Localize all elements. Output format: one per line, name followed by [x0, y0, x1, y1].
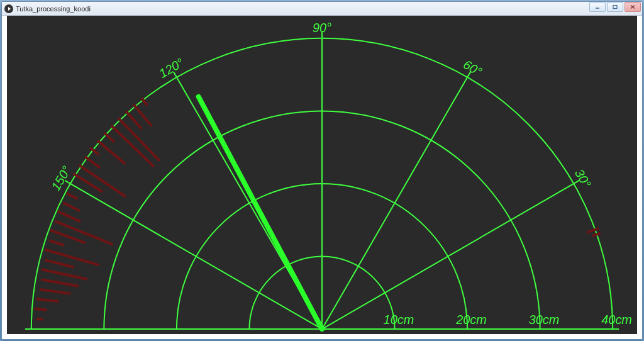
titlebar[interactable]: Tutka_processing_koodi	[2, 2, 642, 16]
svg-line-5	[322, 181, 579, 329]
svg-line-6	[322, 72, 470, 329]
ring-label: 30cm	[529, 313, 560, 327]
detection-mark	[104, 133, 114, 142]
detection-mark	[126, 111, 142, 129]
detection-mark	[36, 299, 58, 301]
maximize-button[interactable]	[607, 2, 623, 12]
detection-mark	[592, 233, 600, 237]
close-button[interactable]	[625, 2, 641, 12]
angle-label: 150°	[48, 164, 74, 193]
detection-mark	[85, 157, 100, 168]
detection-mark	[63, 203, 80, 211]
detection-mark	[67, 193, 78, 199]
radar-display: 10cm20cm30cm40cm30°60°90°120°150°	[7, 16, 637, 334]
ring-label: 10cm	[384, 313, 414, 327]
detection-mark	[587, 228, 599, 233]
svg-rect-1	[613, 6, 617, 9]
detection-mark	[42, 279, 79, 286]
detection-mark	[74, 174, 103, 192]
detection-mark	[58, 211, 80, 221]
angle-label: 120°	[157, 55, 186, 81]
ring-label: 20cm	[455, 313, 487, 327]
angle-label: 90°	[313, 21, 331, 35]
app-window: Tutka_processing_koodi 10cm20cm30cm40cm3…	[1, 1, 643, 340]
detection-mark	[42, 269, 87, 279]
detection-mark	[49, 240, 64, 245]
detection-mark	[97, 140, 125, 164]
detection-mark	[40, 289, 70, 294]
app-icon	[4, 4, 13, 13]
ring-label: 40cm	[601, 313, 632, 327]
sweep-line	[199, 97, 322, 329]
window-controls	[589, 2, 641, 12]
radar-canvas: 10cm20cm30cm40cm30°60°90°120°150°	[7, 16, 637, 334]
detection-mark	[35, 309, 47, 310]
detection-mark	[45, 260, 74, 267]
window-title: Tutka_processing_koodi	[16, 5, 91, 13]
minimize-button[interactable]	[589, 2, 606, 12]
